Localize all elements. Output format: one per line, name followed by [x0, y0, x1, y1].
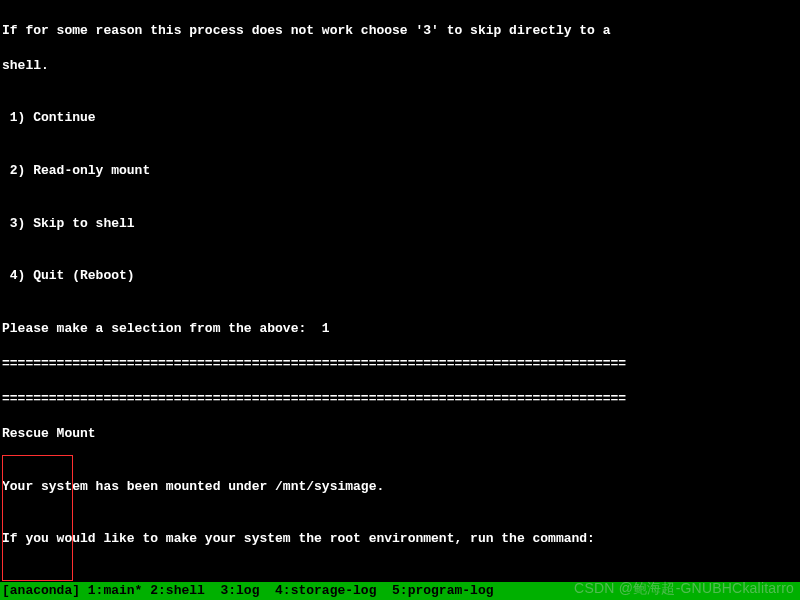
separator: ========================================… — [2, 390, 798, 408]
rootenv-info: If you would like to make your system th… — [2, 530, 798, 548]
menu-option-continue: 1) Continue — [2, 109, 798, 127]
selection-prompt: Please make a selection from the above: … — [2, 320, 798, 338]
menu-option-skip-shell: 3) Skip to shell — [2, 215, 798, 233]
text-line: shell. — [2, 57, 798, 75]
menu-option-readonly: 2) Read-only mount — [2, 162, 798, 180]
separator: ========================================… — [2, 355, 798, 373]
tmux-status-bar: [anaconda] 1:main* 2:shell 3:log 4:stora… — [0, 582, 800, 600]
mount-info: Your system has been mounted under /mnt/… — [2, 478, 798, 496]
menu-option-quit: 4) Quit (Reboot) — [2, 267, 798, 285]
terminal-output: If for some reason this process does not… — [0, 0, 800, 600]
text-line: If for some reason this process does not… — [2, 22, 798, 40]
rescue-title: Rescue Mount — [2, 425, 798, 443]
